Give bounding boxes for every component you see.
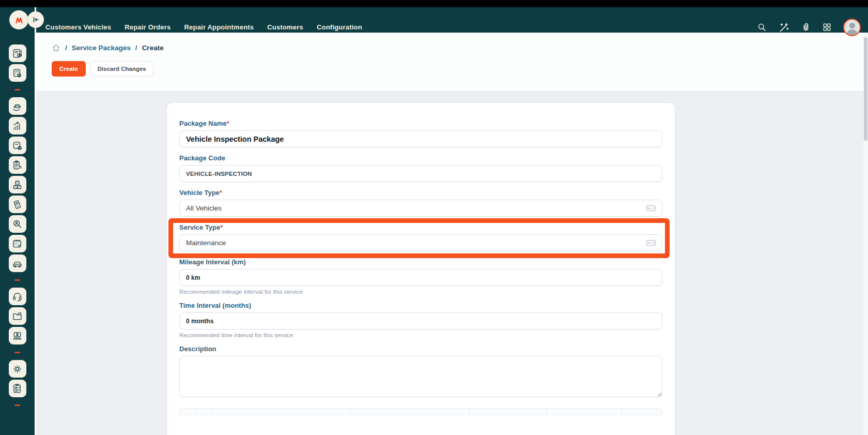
sidebar-item-documents[interactable] — [9, 307, 26, 325]
breadcrumb-service-packages[interactable]: Service Packages — [72, 44, 131, 52]
breadcrumb-separator: / — [65, 44, 67, 52]
sidebar-item-car-care[interactable] — [9, 97, 26, 115]
paperclip-icon — [801, 22, 811, 32]
sidebar-item-settings[interactable] — [9, 360, 26, 378]
breadcrumb-separator: / — [135, 44, 137, 52]
top-navigation-bar: Customers Vehicles Repair Orders Repair … — [0, 7, 868, 33]
mileage-interval-label: Mileage Interval (km) — [179, 258, 662, 266]
field-vehicle-type: Vehicle Type* All Vehicles — [179, 189, 662, 217]
apps-grid-icon — [822, 22, 832, 32]
required-marker: * — [227, 119, 229, 127]
nav-customers[interactable]: Customers — [267, 23, 303, 31]
field-mileage-interval: Mileage Interval (km) Recommended mileag… — [179, 258, 662, 295]
brand-logo[interactable] — [9, 10, 28, 29]
sidebar-item-customer-search[interactable] — [9, 215, 26, 233]
magic-wand-button[interactable] — [778, 22, 789, 33]
page-scrollbar[interactable] — [863, 33, 868, 435]
attachments-button[interactable] — [801, 22, 811, 32]
sidebar-section-divider — [14, 399, 20, 411]
analytics-icon — [12, 121, 23, 131]
package-code-input[interactable] — [179, 165, 662, 182]
sidebar-item-clipboard-phone[interactable] — [9, 156, 26, 174]
package-name-label: Package Name* — [179, 119, 662, 127]
sidebar-item-card-reader[interactable] — [9, 196, 26, 213]
user-avatar[interactable] — [843, 19, 861, 36]
breadcrumb: / Service Packages / Create — [52, 43, 164, 52]
nav-configuration[interactable]: Configuration — [317, 23, 362, 31]
support-headset-icon — [12, 291, 23, 302]
nav-repair-orders[interactable]: Repair Orders — [125, 23, 171, 31]
create-button[interactable]: Create — [52, 61, 86, 77]
mileage-interval-help: Recommended mileage interval for this se… — [179, 289, 662, 295]
folder-documents-icon — [12, 311, 23, 322]
sidebar-item-inventory[interactable] — [9, 176, 26, 193]
description-label: Description — [179, 345, 662, 353]
vehicle-icon — [12, 258, 23, 269]
vehicle-type-select[interactable]: All Vehicles — [179, 200, 662, 217]
avatar-person-icon — [849, 23, 855, 28]
sidebar-section-divider — [14, 84, 20, 95]
sidebar-section-divider — [14, 347, 20, 358]
breadcrumb-current-create: Create — [142, 44, 164, 52]
service-package-form-card: Package Name* Package Code Vehicle Type*… — [166, 102, 675, 435]
field-package-code: Package Code — [179, 154, 662, 182]
car-care-icon — [12, 101, 23, 112]
field-package-name: Package Name* — [179, 119, 662, 147]
apps-grid-button[interactable] — [822, 22, 832, 32]
sidebar-section-divider — [14, 274, 20, 286]
settings-gear-icon — [12, 364, 23, 374]
field-description: Description — [179, 345, 662, 399]
main-nav: Customers Vehicles Repair Orders Repair … — [45, 14, 362, 40]
sidebar-item-online-session[interactable] — [9, 327, 26, 344]
package-name-input[interactable] — [179, 130, 662, 147]
field-time-interval: Time Interval (months) Recommended time … — [179, 302, 662, 338]
calendar-check-icon — [12, 238, 23, 249]
scale-add-icon — [12, 140, 23, 151]
inventory-boxes-icon — [12, 179, 23, 190]
field-service-type: Service Type* Maintenance — [179, 223, 662, 251]
screen-top-strip — [0, 0, 868, 7]
sidebar-collapse-icon — [31, 15, 40, 24]
app-window: Customers Vehicles Repair Orders Repair … — [0, 0, 868, 435]
search-button[interactable] — [757, 22, 767, 32]
sidebar-item-daily-journal[interactable] — [9, 44, 26, 62]
clipboard-phone-icon — [12, 160, 23, 171]
sidebar-item-analytics[interactable] — [9, 117, 26, 134]
app-sidebar — [0, 33, 35, 435]
clipboard-person-icon — [12, 383, 23, 394]
nav-customers-vehicles[interactable]: Customers Vehicles — [45, 23, 111, 31]
daily-journal-icon — [12, 48, 23, 59]
discard-changes-button[interactable]: Discard Changes — [90, 61, 153, 77]
search-icon — [757, 22, 767, 32]
sidebar-item-scale-add[interactable] — [9, 137, 26, 154]
time-interval-label: Time Interval (months) — [179, 302, 662, 309]
sidebar-item-hr-records[interactable] — [9, 380, 26, 397]
magic-wand-icon — [778, 22, 789, 33]
service-type-value: Maintenance — [186, 239, 226, 247]
services-table-header-peek — [179, 408, 662, 416]
nav-repair-appointments[interactable]: Repair Appointments — [184, 23, 254, 31]
description-textarea[interactable] — [179, 356, 662, 397]
sidebar-item-support[interactable] — [9, 288, 26, 305]
scrollbar-thumb[interactable] — [864, 37, 867, 141]
sidebar-collapse-button[interactable] — [27, 11, 44, 28]
required-marker: * — [220, 189, 222, 197]
select-indicator-icon — [646, 205, 656, 211]
sidebar-item-vehicle[interactable] — [9, 254, 26, 272]
sidebar-item-calculator[interactable] — [9, 64, 26, 82]
vehicle-type-label: Vehicle Type* — [179, 189, 662, 197]
home-icon[interactable] — [52, 43, 60, 52]
sidebar-separator-line — [35, 7, 36, 435]
mileage-interval-input[interactable] — [179, 269, 662, 286]
laptop-user-icon — [12, 331, 23, 341]
customer-search-icon — [12, 219, 23, 230]
card-reader-icon — [12, 199, 23, 210]
time-interval-input[interactable] — [179, 312, 662, 329]
header-action-buttons: Create Discard Changes — [52, 61, 153, 77]
brand-logo-icon — [13, 14, 25, 26]
service-type-select[interactable]: Maintenance — [179, 234, 662, 251]
service-type-label: Service Type* — [179, 223, 662, 231]
topbar-actions — [757, 14, 861, 40]
calculator-icon — [12, 68, 23, 79]
sidebar-item-calendar[interactable] — [9, 235, 26, 252]
